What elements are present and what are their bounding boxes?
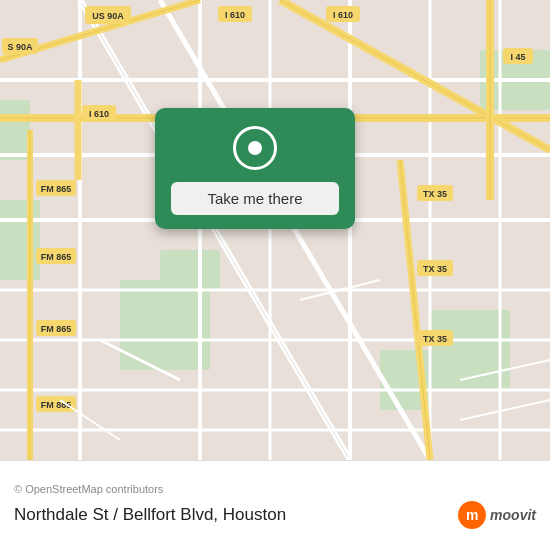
svg-rect-6 [0, 100, 30, 160]
svg-rect-2 [160, 250, 220, 290]
map-roads: US 90A S 90A I 610 I 610 I 610 I 45 FM 8… [0, 0, 550, 460]
moovit-label: moovit [490, 507, 536, 523]
take-me-there-button[interactable]: Take me there [171, 182, 339, 215]
location-card: Take me there [155, 108, 355, 229]
svg-text:FM 865: FM 865 [41, 252, 72, 262]
svg-text:FM 865: FM 865 [41, 324, 72, 334]
pin-center-dot [248, 141, 262, 155]
svg-text:S 90A: S 90A [7, 42, 33, 52]
svg-text:TX 35: TX 35 [423, 189, 447, 199]
svg-text:I 610: I 610 [89, 109, 109, 119]
svg-text:I 45: I 45 [510, 52, 525, 62]
bottom-bar: © OpenStreetMap contributors Northdale S… [0, 460, 550, 550]
map-view: US 90A S 90A I 610 I 610 I 610 I 45 FM 8… [0, 0, 550, 460]
map-attribution: © OpenStreetMap contributors [14, 483, 536, 495]
svg-text:I 610: I 610 [333, 10, 353, 20]
moovit-icon: m [458, 501, 486, 529]
svg-text:TX 35: TX 35 [423, 264, 447, 274]
moovit-logo: m moovit [458, 501, 536, 529]
svg-rect-5 [0, 200, 40, 280]
bottom-info-row: Northdale St / Bellfort Blvd, Houston m … [14, 501, 536, 529]
svg-text:TX 35: TX 35 [423, 334, 447, 344]
location-name: Northdale St / Bellfort Blvd, Houston [14, 505, 286, 525]
svg-text:I 610: I 610 [225, 10, 245, 20]
location-pin-icon [233, 126, 277, 170]
svg-text:FM 865: FM 865 [41, 184, 72, 194]
svg-text:US 90A: US 90A [92, 11, 124, 21]
